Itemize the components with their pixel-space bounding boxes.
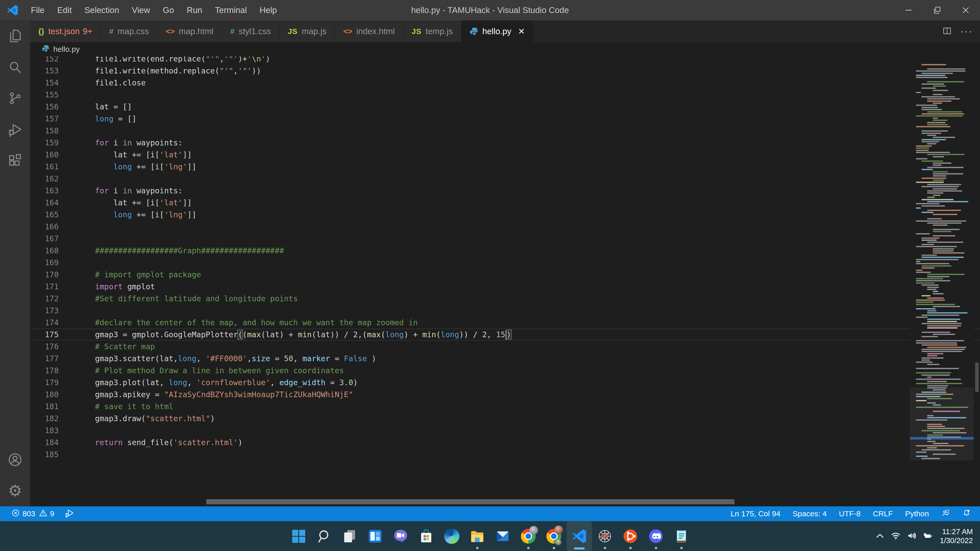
store-icon	[418, 528, 434, 545]
taskbar-discord[interactable]	[643, 521, 669, 551]
widgets-icon	[367, 528, 383, 545]
status-crlf[interactable]: CRLF	[873, 510, 893, 518]
tray-chevron-up[interactable]	[872, 527, 888, 545]
taskbar-clock[interactable]: 11:27 AM 1/30/2022	[940, 527, 973, 545]
taskbar-search-win[interactable]	[311, 521, 337, 551]
activitybar-explorer[interactable]	[0, 21, 30, 52]
minimap-line	[921, 267, 935, 268]
minimap-line	[933, 137, 955, 138]
horizontal-scrollbar[interactable]	[206, 499, 735, 504]
breadcrumb[interactable]: hello.py	[30, 42, 980, 56]
minimap-line	[921, 133, 941, 134]
minimap-line	[921, 357, 943, 359]
gutter-gap	[59, 101, 76, 113]
menu-item-run[interactable]: Run	[180, 0, 209, 21]
tray-wifi[interactable]	[888, 527, 904, 545]
tab-map.html[interactable]: <>map.html	[158, 21, 222, 42]
close-tab-icon[interactable]: ✕	[518, 27, 525, 36]
code-pane[interactable]: 152 file1.write(end.replace("'",'"')+'\n…	[30, 56, 980, 460]
minimize-button[interactable]	[894, 0, 923, 21]
tab-label: map.html	[179, 27, 213, 36]
vertical-scrollbar[interactable]	[975, 362, 979, 392]
taskbar-widgets[interactable]	[363, 521, 388, 551]
tab-label: hello.py	[482, 27, 511, 36]
activitybar-run-debug[interactable]	[0, 114, 30, 145]
line-number: 162	[30, 173, 59, 185]
tab-map.js[interactable]: JSmap.js	[280, 21, 335, 42]
taskbar-taskview[interactable]	[337, 521, 363, 551]
code-line: 182 gmap3.draw("scatter.html")	[30, 413, 980, 424]
activitybar-extensions[interactable]	[0, 145, 30, 176]
minimap-line	[927, 385, 948, 386]
gutter-gap	[59, 197, 76, 209]
gutter-gap	[59, 245, 76, 257]
tab-hello.py[interactable]: hello.py✕	[461, 21, 534, 42]
line-number: 152	[30, 56, 59, 65]
minimap-line	[916, 280, 950, 281]
tab-temp.js[interactable]: JStemp.js	[404, 21, 461, 42]
taskbar-chrome-profile-1[interactable]	[515, 521, 541, 551]
minimap-line	[916, 270, 922, 271]
minimap-line	[916, 383, 962, 384]
status-problems[interactable]: 8039	[0, 508, 74, 519]
taskbar-store[interactable]	[414, 521, 439, 551]
status-spaces[interactable]: Spaces: 4	[793, 510, 827, 518]
minimap-line	[921, 169, 933, 170]
taskbar-start[interactable]	[286, 521, 311, 551]
gutter-gap	[59, 257, 76, 268]
menu-item-view[interactable]: View	[126, 0, 156, 21]
activitybar-search[interactable]	[0, 52, 30, 83]
tab-test.json[interactable]: {}test.json9+	[30, 21, 101, 42]
activitybar-source-control[interactable]	[0, 83, 30, 114]
minimap-line	[916, 246, 957, 247]
taskbar-ubuntu[interactable]	[617, 521, 643, 551]
tray-battery[interactable]	[920, 527, 935, 545]
menu-item-selection[interactable]: Selection	[78, 0, 126, 21]
minimap-line	[927, 192, 943, 194]
menu-item-terminal[interactable]: Terminal	[208, 0, 253, 21]
web-app-icon	[597, 528, 613, 545]
status-python[interactable]: Python	[905, 510, 929, 518]
status-person-check[interactable]	[941, 509, 950, 519]
minimap-line	[927, 218, 942, 219]
gutter-gap	[59, 437, 76, 448]
code-text: lat += [i['lat']]	[76, 197, 192, 209]
tab-map.css[interactable]: #map.css	[101, 21, 158, 42]
restore-button[interactable]	[923, 0, 951, 21]
minimap-line	[921, 295, 931, 297]
menu-item-file[interactable]: File	[24, 0, 51, 21]
activitybar-settings[interactable]: ⚙	[0, 475, 30, 507]
close-button[interactable]	[951, 0, 980, 21]
menu-item-edit[interactable]: Edit	[51, 0, 78, 21]
status-warnings[interactable]: 9	[39, 509, 54, 519]
menu-item-go[interactable]: Go	[156, 0, 180, 21]
taskbar-chat[interactable]	[388, 521, 414, 551]
minimap-line	[916, 263, 949, 264]
activitybar-account[interactable]	[0, 444, 30, 475]
menu-item-help[interactable]: Help	[253, 0, 283, 21]
minimap-viewport[interactable]	[910, 387, 974, 460]
status-errors[interactable]: 803	[11, 509, 35, 519]
status-ln[interactable]: Ln 175, Col 94	[731, 510, 780, 518]
status-debug[interactable]	[58, 508, 74, 519]
status-utf8[interactable]: UTF-8	[839, 510, 861, 518]
taskbar-web-app[interactable]	[592, 521, 617, 551]
minimap-line	[916, 150, 929, 151]
tab-index.html[interactable]: <>index.html	[335, 21, 403, 42]
status-bell-dot[interactable]	[962, 509, 971, 519]
taskbar-vscode[interactable]	[566, 521, 592, 551]
taskbar-notepad[interactable]	[669, 521, 694, 551]
tray-volume[interactable]	[904, 527, 920, 545]
tab-styl1.css[interactable]: #styl1.css	[222, 21, 280, 42]
taskbar-mail[interactable]	[490, 521, 515, 551]
taskbar-explorer-folder[interactable]	[465, 521, 490, 551]
minimap-line	[927, 81, 964, 83]
minimap[interactable]	[910, 56, 974, 507]
split-editor-icon[interactable]	[942, 26, 952, 37]
more-actions-icon[interactable]: ···	[960, 25, 973, 37]
code-editor[interactable]: 152 file1.write(end.replace("'",'"')+'\n…	[30, 56, 980, 507]
tray-date: 1/30/2022	[940, 536, 973, 545]
taskbar-chrome-profile-2[interactable]	[541, 521, 566, 551]
edge-icon	[444, 528, 460, 545]
taskbar-edge[interactable]	[439, 521, 465, 551]
